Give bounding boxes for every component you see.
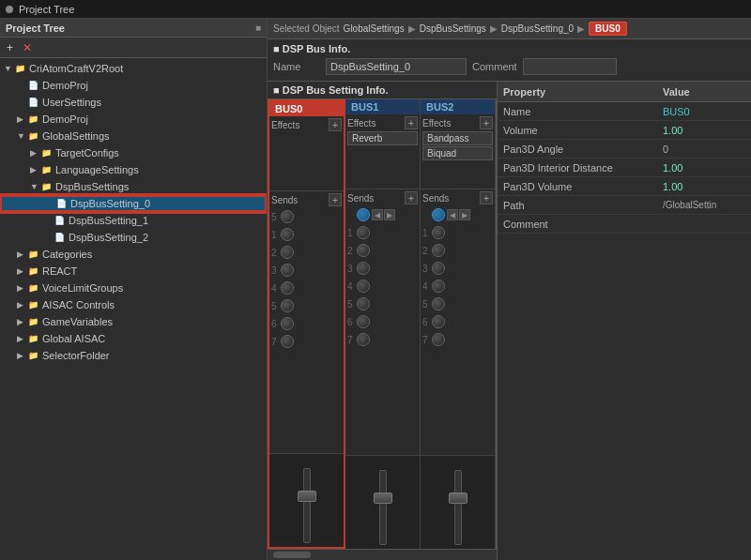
bus1-sends-label: Sends — [347, 193, 374, 204]
tree-label-dspbussetting1: DspBusSetting_1 — [69, 215, 148, 226]
tree-item-categories[interactable]: ▶ 📁 Categories — [0, 246, 267, 263]
send-knob[interactable] — [281, 281, 294, 295]
send-num: 1 — [422, 228, 430, 238]
send-row: 4 — [422, 278, 493, 295]
effect-chip-reverb[interactable]: Reverb — [347, 131, 418, 145]
send-knob[interactable] — [281, 317, 294, 330]
send-knob[interactable] — [281, 210, 294, 223]
send-knob[interactable] — [357, 262, 370, 275]
send-knob[interactable] — [281, 228, 294, 241]
send-knob[interactable] — [432, 333, 445, 346]
tree-item-dspbussettings[interactable]: ▼ 📁 DspBusSettings — [0, 178, 267, 195]
tree-item-usersettings[interactable]: 📄 UserSettings — [0, 94, 267, 111]
effect-chip-biquad[interactable]: Biquad — [422, 146, 493, 160]
send-row: 4 — [271, 280, 342, 296]
fader-thumb-2[interactable] — [449, 492, 467, 504]
tree-item-languagesettings[interactable]: ▶ 📁 LanguageSettings — [0, 161, 267, 178]
folder-icon-root: 📁 — [13, 62, 26, 75]
tree-label-voicelimitgroups: VoiceLimitGroups — [42, 282, 123, 294]
bus1-effects-header: Effects + — [347, 116, 418, 129]
send-num: 4 — [422, 281, 430, 292]
send-knob[interactable] — [432, 226, 445, 239]
send-arrow-right[interactable]: ▶ — [459, 209, 470, 220]
send-row: 5 — [271, 297, 342, 314]
bus0-sends-add[interactable]: + — [329, 193, 342, 206]
tree-label-react: REACT — [42, 265, 77, 277]
send-knob[interactable] — [357, 226, 370, 239]
prop-pan3dvolume-value: 1.00 — [657, 181, 751, 192]
folder-icon-demoproj2: 📁 — [26, 113, 39, 126]
send-num: 3 — [347, 264, 355, 274]
effect-chip-bandpass[interactable]: Bandpass — [422, 131, 493, 145]
send-knob[interactable] — [281, 335, 294, 348]
tree-item-targetconfigs[interactable]: ▶ 📁 TargetConfigs — [0, 144, 267, 161]
tree-item-dspbussetting-1[interactable]: 📄 DspBusSetting_1 — [0, 212, 267, 229]
send-row: 6 — [347, 313, 418, 330]
send-knob[interactable] — [432, 297, 445, 310]
send-arrow-right[interactable]: ▶ — [384, 209, 395, 220]
tree-item-react[interactable]: ▶ 📁 REACT — [0, 263, 267, 280]
send-arrows: ◀ ▶ — [447, 209, 470, 220]
tree-label-dspbussettings: DspBusSettings — [55, 181, 129, 192]
tree-item-aisaccontrols[interactable]: ▶ 📁 AISAC Controls — [0, 296, 267, 313]
send-row: 3 — [422, 260, 493, 277]
send-knob[interactable] — [432, 262, 445, 275]
send-knob[interactable] — [432, 280, 445, 293]
tree-item-dspbussetting-2[interactable]: 📄 DspBusSetting_2 — [0, 229, 267, 246]
tree-item-demoproj[interactable]: 📄 DemoProj — [0, 77, 267, 94]
send-num: 2 — [271, 248, 279, 258]
tree-item-dspbussetting-0[interactable]: 📄 DspBusSetting_0 — [0, 195, 267, 212]
bus-hscroll-thumb[interactable] — [273, 552, 311, 558]
send-knob[interactable] — [281, 264, 294, 277]
fader-thumb-0[interactable] — [298, 491, 316, 502]
send-knob[interactable] — [357, 315, 370, 328]
tree-item-demoproj2[interactable]: ▶ 📁 DemoProj — [0, 111, 267, 128]
bus0-effects-add[interactable]: + — [329, 118, 342, 131]
dsp-bus-title: ■ DSP Bus Setting Info. — [268, 82, 497, 99]
bus1-sends-add[interactable]: + — [405, 191, 418, 204]
tree-label-demoproj2: DemoProj — [42, 114, 88, 125]
send-knob[interactable] — [432, 244, 445, 257]
folder-icon-dspbussettings: 📁 — [39, 180, 53, 193]
add-btn[interactable]: + — [4, 41, 16, 54]
send-knob[interactable] — [357, 244, 370, 257]
send-knob[interactable] — [357, 333, 370, 346]
tree-arrow-gamevariables: ▶ — [17, 317, 26, 326]
send-knob[interactable] — [281, 246, 294, 259]
prop-volume-label: Volume — [498, 125, 657, 136]
send-knob-active[interactable] — [357, 208, 370, 221]
bus-hscroll[interactable] — [268, 549, 497, 560]
bus2-effects-add[interactable]: + — [480, 116, 493, 129]
bus-scrollbar-v[interactable] — [496, 99, 497, 549]
tree-item-globalaisac[interactable]: ▶ 📁 Global AISAC — [0, 330, 267, 347]
tree-item-voicelimitgroups[interactable]: ▶ 📁 VoiceLimitGroups — [0, 280, 267, 296]
bus1-sends: Sends + ◀ ▶ — [345, 189, 420, 455]
send-row: 2 — [271, 244, 342, 261]
panel-close-btn[interactable]: ■ — [255, 23, 261, 33]
folder-icon-voicelimitgroups: 📁 — [26, 281, 39, 295]
send-knob[interactable] — [281, 299, 294, 312]
send-row: ◀ ▶ — [347, 206, 418, 223]
send-arrow-left[interactable]: ◀ — [372, 209, 383, 220]
send-knob[interactable] — [432, 315, 445, 328]
send-knob[interactable] — [357, 297, 370, 310]
tree-arrow-react: ▶ — [17, 266, 26, 276]
send-arrow-left[interactable]: ◀ — [447, 209, 458, 220]
tree-item-root[interactable]: ▼ 📁 CriAtomCraftV2Root — [0, 60, 267, 77]
tree-item-selectorfolder[interactable]: ▶ 📁 SelectorFolder — [0, 347, 267, 364]
dsp-name-input[interactable] — [326, 58, 467, 75]
prop-row-path: Path /GlobalSettin — [498, 196, 751, 215]
bus-columns: BUS0 Effects + Sends — [268, 99, 497, 549]
send-row: 5 — [422, 295, 493, 312]
fader-thumb-1[interactable] — [374, 492, 392, 504]
dsp-comment-input[interactable] — [523, 58, 617, 75]
bus1-effects-add[interactable]: + — [405, 116, 418, 129]
bus2-sends-header: Sends + — [422, 191, 493, 204]
send-knob-active[interactable] — [432, 208, 445, 221]
tree-item-globalsettings[interactable]: ▼ 📁 GlobalSettings — [0, 128, 267, 144]
remove-btn[interactable]: ✕ — [20, 41, 35, 54]
tree-item-gamevariables[interactable]: ▶ 📁 GameVariables — [0, 313, 267, 330]
bus2-sends-add[interactable]: + — [480, 191, 493, 204]
send-row: 2 — [347, 242, 418, 259]
send-knob[interactable] — [357, 280, 370, 293]
